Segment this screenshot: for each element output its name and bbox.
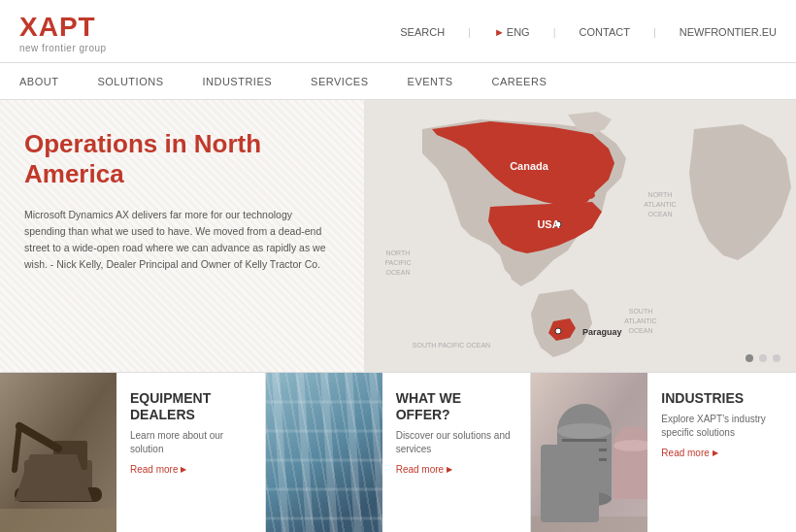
logo[interactable]: XAPT bbox=[19, 12, 107, 43]
nav-solutions[interactable]: SOLUTIONS bbox=[97, 63, 163, 99]
nav-separator-3: | bbox=[653, 26, 656, 38]
card-image-excavator bbox=[0, 373, 116, 532]
svg-rect-26 bbox=[266, 373, 382, 532]
search-link[interactable]: SEARCH bbox=[400, 26, 445, 38]
world-map-svg: Canada USA Paraguay NORTH PACIFIC OCEAN … bbox=[364, 100, 796, 372]
svg-text:SOUTH PACIFIC OCEAN: SOUTH PACIFIC OCEAN bbox=[413, 342, 490, 349]
svg-rect-47 bbox=[614, 446, 647, 499]
site-link[interactable]: NEWFRONTIER.EU bbox=[680, 26, 777, 38]
industry-illustration bbox=[531, 373, 647, 532]
card-link-industries[interactable]: Read more bbox=[661, 448, 782, 458]
svg-text:NORTH: NORTH bbox=[648, 191, 673, 198]
hero-title: Operations in North America bbox=[24, 129, 335, 189]
svg-text:OCEAN: OCEAN bbox=[629, 327, 653, 334]
card-industries: INDUSTRIES Explore XAPT's industry speci… bbox=[531, 373, 796, 532]
main-navigation: ABOUT SOLUTIONS INDUSTRIES SERVICES EVEN… bbox=[0, 63, 796, 100]
card-what-we-offer: WHAT WE OFFER? Discover our solutions an… bbox=[266, 373, 532, 532]
svg-text:OCEAN: OCEAN bbox=[386, 269, 411, 276]
card-image-industry bbox=[531, 373, 647, 532]
svg-point-4 bbox=[555, 328, 561, 334]
nav-services[interactable]: SERVICES bbox=[311, 63, 368, 99]
card-desc-equipment-dealers: Learn more about our solution bbox=[130, 429, 251, 456]
svg-text:Canada: Canada bbox=[510, 160, 549, 172]
hero-section: Operations in North America Microsoft Dy… bbox=[0, 100, 796, 372]
svg-text:USA: USA bbox=[537, 218, 559, 230]
svg-line-28 bbox=[276, 373, 285, 532]
nav-separator-1: | bbox=[468, 26, 471, 38]
nav-events[interactable]: EVENTS bbox=[408, 63, 453, 99]
card-link-what-we-offer[interactable]: Read more bbox=[396, 464, 517, 475]
svg-text:SOUTH: SOUTH bbox=[629, 308, 653, 315]
logo-subtitle: new frontier group bbox=[19, 43, 107, 53]
svg-text:Paraguay: Paraguay bbox=[582, 327, 622, 337]
svg-text:PACIFIC: PACIFIC bbox=[384, 259, 411, 266]
svg-rect-45 bbox=[562, 458, 607, 461]
card-link-equipment-dealers[interactable]: Read more bbox=[130, 464, 251, 475]
logo-area: XAPT new frontier group bbox=[19, 12, 107, 53]
eng-arrow: ► bbox=[494, 26, 505, 38]
hero-carousel-dots bbox=[746, 354, 780, 362]
svg-rect-43 bbox=[562, 439, 607, 442]
header: XAPT new frontier group SEARCH | ►ENG | … bbox=[0, 0, 796, 63]
card-title-industries: INDUSTRIES bbox=[661, 390, 782, 407]
glass-illustration bbox=[266, 373, 382, 532]
card-image-glass bbox=[266, 373, 382, 532]
svg-line-29 bbox=[300, 373, 310, 532]
svg-rect-49 bbox=[531, 516, 647, 532]
svg-point-1 bbox=[583, 191, 595, 199]
bottom-cards: EQUIPMENT DEALERS Learn more about our s… bbox=[0, 372, 796, 532]
svg-line-31 bbox=[348, 373, 358, 532]
excavator-illustration bbox=[0, 373, 116, 532]
svg-text:ATLANTIC: ATLANTIC bbox=[644, 201, 676, 208]
svg-text:OCEAN: OCEAN bbox=[648, 211, 673, 217]
card-desc-industries: Explore XAPT's industry specific solutio… bbox=[661, 413, 782, 440]
svg-text:ATLANTIC: ATLANTIC bbox=[624, 317, 656, 324]
card-desc-what-we-offer: Discover our solutions and services bbox=[396, 429, 517, 456]
contact-link[interactable]: CONTACT bbox=[580, 26, 630, 38]
carousel-dot-1[interactable] bbox=[746, 354, 753, 362]
svg-line-30 bbox=[324, 373, 334, 532]
nav-careers[interactable]: CAREERS bbox=[492, 63, 547, 99]
nav-industries[interactable]: INDUSTRIES bbox=[202, 63, 272, 99]
svg-line-32 bbox=[373, 373, 382, 532]
card-content-equipment-dealers: EQUIPMENT DEALERS Learn more about our s… bbox=[116, 373, 265, 532]
card-title-equipment-dealers: EQUIPMENT DEALERS bbox=[130, 390, 251, 423]
card-equipment-dealers: EQUIPMENT DEALERS Learn more about our s… bbox=[0, 373, 266, 532]
carousel-dot-3[interactable] bbox=[773, 354, 780, 362]
language-selector[interactable]: ►ENG bbox=[494, 26, 530, 38]
svg-point-2 bbox=[579, 186, 586, 192]
svg-rect-27 bbox=[266, 373, 382, 532]
carousel-dot-2[interactable] bbox=[759, 354, 767, 362]
header-nav: SEARCH | ►ENG | CONTACT | NEWFRONTIER.EU bbox=[400, 26, 777, 38]
svg-rect-25 bbox=[0, 509, 116, 532]
svg-point-42 bbox=[557, 423, 612, 439]
hero-content: Operations in North America Microsoft Dy… bbox=[0, 100, 364, 372]
card-content-industries: INDUSTRIES Explore XAPT's industry speci… bbox=[647, 373, 796, 532]
svg-rect-24 bbox=[15, 487, 102, 502]
nav-separator-2: | bbox=[553, 26, 556, 38]
card-title-what-we-offer: WHAT WE OFFER? bbox=[396, 390, 517, 423]
hero-map: Canada USA Paraguay NORTH PACIFIC OCEAN … bbox=[364, 100, 796, 372]
svg-point-41 bbox=[557, 491, 612, 507]
svg-rect-44 bbox=[562, 449, 607, 451]
hero-quote: Microsoft Dynamics AX delivers far more … bbox=[24, 207, 335, 272]
card-content-what-we-offer: WHAT WE OFFER? Discover our solutions an… bbox=[382, 373, 531, 532]
svg-text:NORTH: NORTH bbox=[386, 249, 411, 256]
nav-about[interactable]: ABOUT bbox=[19, 63, 58, 99]
